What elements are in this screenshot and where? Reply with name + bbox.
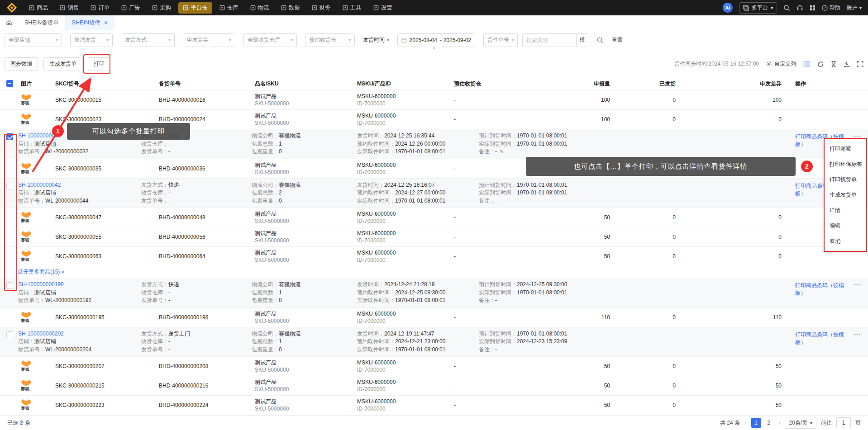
nav-item-6[interactable]: 仓库 [215,2,243,14]
declared-qty-cell: 50 [553,234,612,240]
name-sku-cell: 测试产品SKU-5000000 [252,210,354,225]
search-type-select[interactable]: 货件单号▾ [483,33,518,47]
annotation-step-1-badge: 1 [52,125,64,137]
nav-item-5[interactable]: 平台仓 [178,2,212,14]
brand-name: 赛狐 [21,101,30,106]
col-stock-order: 备货单号 [156,80,252,88]
refresh-icon[interactable] [817,61,824,67]
tab-shein-stock-order[interactable]: SHEIN备货单 [18,15,66,30]
shipment-id-link[interactable]: SH-100000000190 [18,281,64,288]
nav-item-0[interactable]: 商品 [24,2,52,14]
row-checkbox[interactable] [6,183,13,189]
print-barcode-link[interactable]: 打印商品条码（按模板） [795,331,854,346]
expand-more-link[interactable]: 展开更多商品(15)∨ [18,268,65,276]
list-view-icon[interactable] [803,61,810,67]
context-menu-item-6[interactable]: 取消 [825,233,866,249]
more-actions-icon[interactable]: ··· [854,331,861,337]
nav-item-10[interactable]: 工具 [338,2,366,14]
nav-item-icon [373,5,379,10]
shipment-id-link[interactable]: SH-10000000042 [18,182,61,188]
history-timer-icon[interactable] [831,61,836,67]
nav-item-4[interactable]: 采购 [148,2,176,14]
tab-shein-shipment[interactable]: SHEIN货件 × [66,15,114,30]
time-type-select[interactable]: 发货时间▾ [363,36,389,44]
ship-status-filter-select[interactable]: 取消发货▾ [70,33,113,47]
sync-data-button[interactable]: 同步数据 [5,57,38,71]
product-sku: SKU-5000000 [255,366,352,373]
name-sku-cell: 测试产品SKU-5000000 [252,230,354,244]
name-sku-cell: 测试产品SKU-5000000 [252,378,354,393]
nav-item-11[interactable]: 设置 [369,2,397,14]
context-menu-item-0[interactable]: 打印箱唛 [825,141,866,156]
receive-warehouse-filter-select[interactable]: 全部收货仓库▾ [243,33,297,47]
fuzzy-match-toggle[interactable]: 模 [576,34,588,47]
ship-method-filter-select[interactable]: 发货方式▾ [121,33,175,47]
search-input[interactable] [523,34,576,47]
close-tab-icon[interactable]: × [104,19,108,26]
search-icon[interactable] [783,5,790,11]
download-icon[interactable] [844,61,850,67]
page-size-select[interactable]: 20条/页 ▾ [785,417,816,429]
custom-columns-button[interactable]: 自定义列 [766,60,796,68]
select-all-checkbox[interactable] [6,80,13,87]
home-icon [6,19,12,26]
estimate-warehouse-filter-select[interactable]: 预估收货仓▾ [305,33,355,47]
page-1-button[interactable]: 1 [751,418,761,428]
nav-item-8[interactable]: 数据 [277,2,305,14]
account-menu-button[interactable]: 账户 ▾ [847,4,862,12]
goto-page-input[interactable] [836,417,851,428]
next-page-button[interactable]: › [778,419,781,426]
context-menu-item-5[interactable]: 编辑 [825,218,866,233]
row-checkbox[interactable] [6,282,13,289]
field-label: 预计到货时间： [479,281,517,288]
skc-cell: SKC-30000000055 [52,234,156,240]
context-menu-item-3[interactable]: 生成发货单 [825,187,866,203]
platform-switcher-button[interactable]: 多平台 ▾ [739,2,777,14]
search-submit-icon[interactable] [596,37,604,44]
goto-unit: 页 [855,419,861,427]
prev-page-button[interactable]: ‹ [744,419,747,426]
context-menu-item-1[interactable]: 打印环保标签 [825,156,866,172]
nav-item-3[interactable]: 广告 [117,2,145,14]
declare-diff-value: 申发差异 [187,36,209,44]
context-menu-item-4[interactable]: 详情 [825,203,866,218]
ship-time-value: 2024-12-19 11:47:47 [384,331,434,337]
help-button[interactable]: ? 帮助 [822,4,840,12]
tracking-value: WL-200000000204 [45,346,91,353]
nav-item-7[interactable]: 物流 [246,2,274,14]
diff-qty-cell: 50 [677,383,783,389]
name-sku-cell: 测试产品SKU-5000000 [252,359,354,373]
context-menu-item-2[interactable]: 打印拣货单 [825,172,866,187]
nav-item-2[interactable]: 订单 [86,2,114,14]
declare-diff-filter-select[interactable]: 申发差异▾ [183,33,235,47]
product-id: ID-7000000 [357,405,448,412]
nav-item-9[interactable]: 财务 [307,2,335,14]
page-2-button[interactable]: 2 [764,418,774,428]
msku-cell: MSKU-6000000ID-7000000 [354,112,451,127]
print-barcode-link[interactable]: 打印商品条码（按模板） [795,282,854,297]
fox-logo-icon [21,163,32,169]
home-tab-button[interactable] [0,15,18,30]
generate-shipping-order-button[interactable]: 生成发货单 [43,57,82,71]
row-checkbox[interactable] [6,133,13,140]
nav-item-1[interactable]: 销售 [55,2,83,14]
shipment-id-link[interactable]: SH-100000000202 [18,331,64,337]
row-checkbox[interactable] [6,331,13,338]
appoint-time-value: 2024-12-21 23:00:00 [395,338,445,345]
more-actions-icon[interactable]: ··· [854,282,861,288]
support-headset-icon[interactable] [796,5,803,11]
collapse-filters-button[interactable]: ∧ [426,45,442,51]
apps-grid-icon[interactable] [810,5,816,11]
edit-remark-icon[interactable]: ✎ [500,149,504,154]
brand-name: 赛狐 [21,257,30,262]
fullscreen-icon[interactable] [857,61,863,67]
ai-assistant-button[interactable]: AI [723,3,733,13]
shipment-row: SH-100000000190 店铺：测试店铺 物流单号：WL-20000000… [0,278,868,308]
shop-filter-select[interactable]: 全部店铺▾ [5,33,62,47]
reset-button[interactable]: 重置 [612,36,623,44]
field-label: 物流单号： [18,198,45,204]
name-sku-cell: 测试产品SKU-5000000 [252,398,354,412]
print-button[interactable]: 打印 [88,57,110,71]
declared-qty-cell: 50 [553,402,612,408]
shop-value: 测试店铺 [34,289,56,296]
